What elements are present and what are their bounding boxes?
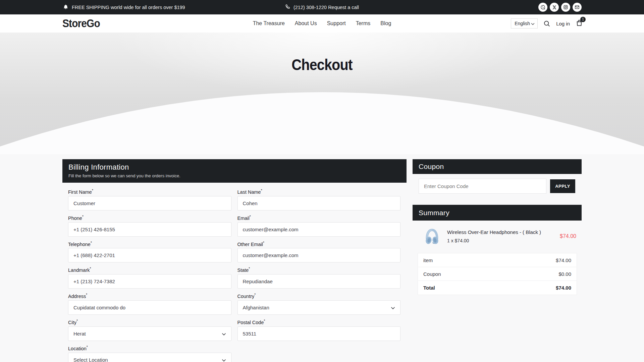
required-asterisk: * xyxy=(82,215,84,219)
billing-subtitle: Fill the form below so we can send you t… xyxy=(68,173,400,178)
address-label: Address xyxy=(68,294,86,299)
coupon-title: Coupon xyxy=(413,159,582,174)
x-twitter-icon[interactable] xyxy=(550,3,559,12)
totals-coupon-label: Coupon xyxy=(423,271,441,277)
required-asterisk: * xyxy=(87,345,88,349)
login-link[interactable]: Log in xyxy=(556,21,570,26)
hero-curve-shape xyxy=(0,33,644,154)
required-asterisk: * xyxy=(250,215,251,219)
billing-header: Billing Information Fill the form below … xyxy=(62,159,407,183)
email-label: Email xyxy=(237,216,250,221)
field-address: Address* xyxy=(68,293,231,315)
checkout-sidebar: Coupon APPLY Summary xyxy=(413,159,582,295)
required-asterisk: * xyxy=(254,293,256,297)
country-select[interactable]: Afghanistan xyxy=(237,300,401,315)
cart-item: Wireless Over-Ear Headphones - ( Black )… xyxy=(413,221,582,252)
phone-input[interactable] xyxy=(68,222,231,237)
field-state: State* xyxy=(237,267,401,289)
field-country: Country* Afghanistan xyxy=(237,293,401,315)
last-name-label: Last Name xyxy=(237,189,261,195)
field-email: Email* xyxy=(237,215,401,237)
city-select[interactable]: Herat xyxy=(68,326,231,341)
billing-form: First Name* Last Name* Phone* Email* Tel… xyxy=(62,183,407,362)
field-last-name: Last Name* xyxy=(237,189,401,210)
billing-title: Billing Information xyxy=(68,163,400,172)
nav-item-the-treasure[interactable]: The Treasure xyxy=(253,20,285,26)
chevron-down-icon xyxy=(531,21,535,26)
required-asterisk: * xyxy=(76,319,78,323)
address-input[interactable] xyxy=(68,300,231,315)
first-name-input[interactable] xyxy=(68,196,231,210)
instagram-icon[interactable] xyxy=(561,3,570,12)
field-telephone: Telephone* xyxy=(68,241,231,263)
language-select[interactable]: English xyxy=(511,18,538,28)
cart-item-name: Wireless Over-Ear Headphones - ( Black ) xyxy=(447,229,550,235)
city-value: Herat xyxy=(73,331,86,337)
required-asterisk: * xyxy=(90,267,91,270)
last-name-input[interactable] xyxy=(237,196,401,210)
nav-item-about-us[interactable]: About Us xyxy=(295,20,317,26)
field-postal-code: Postal Code* xyxy=(237,319,401,341)
nav-item-blog[interactable]: Blog xyxy=(380,20,391,26)
telephone-label: Telephone xyxy=(68,241,91,247)
other-email-input[interactable] xyxy=(237,248,401,262)
summary-title: Summary xyxy=(413,205,582,221)
state-input[interactable] xyxy=(237,274,401,289)
nav-item-terms[interactable]: Terms xyxy=(356,20,371,26)
checkout-page: FREE SHIPPING world wide for all orders … xyxy=(0,0,644,362)
chevron-down-icon xyxy=(222,331,226,337)
top-announcement-bar: FREE SHIPPING world wide for all orders … xyxy=(0,0,644,14)
postal-code-input[interactable] xyxy=(237,326,401,341)
cart-button[interactable]: 1 xyxy=(576,19,583,28)
required-asterisk: * xyxy=(92,189,93,192)
headphones-product-image xyxy=(424,227,440,246)
apply-coupon-button[interactable]: APPLY xyxy=(550,179,575,193)
language-value: English xyxy=(515,21,530,26)
nav-item-support[interactable]: Support xyxy=(327,20,346,26)
coupon-code-input[interactable] xyxy=(419,179,546,194)
cart-item-quantity: 1 x $74.00 xyxy=(447,238,550,243)
page-title: Checkout xyxy=(39,55,605,74)
chevron-down-icon xyxy=(391,305,395,310)
required-asterisk: * xyxy=(264,319,265,323)
city-label: City xyxy=(68,320,76,325)
coupon-form: APPLY xyxy=(419,179,575,194)
location-value: Select Location xyxy=(73,357,108,362)
cart-item-info: Wireless Over-Ear Headphones - ( Black )… xyxy=(447,229,550,243)
telephone-input[interactable] xyxy=(68,248,231,262)
site-header: StoreGo The Treasure About Us Support Te… xyxy=(0,14,644,33)
totals-table: item $74.00 Coupon $0.00 Total $74.00 xyxy=(418,253,577,295)
field-city: City* Herat xyxy=(68,319,231,341)
header-controls: English Log in 1 xyxy=(511,14,583,33)
country-value: Afghanistan xyxy=(243,305,269,310)
phone-icon xyxy=(285,4,290,10)
totals-item-value: $74.00 xyxy=(556,257,571,263)
location-select[interactable]: Select Location xyxy=(68,353,231,362)
state-label: State xyxy=(237,267,249,273)
field-phone: Phone* xyxy=(68,215,231,237)
location-label: Location xyxy=(68,346,87,351)
field-location: Location* Select Location xyxy=(68,345,231,362)
field-other-email: Other Email* xyxy=(237,241,401,263)
email-input[interactable] xyxy=(237,222,401,237)
landmark-input[interactable] xyxy=(68,274,231,289)
country-label: Country xyxy=(237,294,255,299)
totals-total-value: $74.00 xyxy=(556,285,571,291)
totals-row-coupon: Coupon $0.00 xyxy=(418,267,577,281)
cart-count-badge: 1 xyxy=(580,17,586,22)
summary-section: Summary Wirele xyxy=(413,205,582,295)
hero-banner: Checkout xyxy=(0,33,644,154)
required-asterisk: * xyxy=(86,293,87,297)
chevron-down-icon xyxy=(222,357,226,362)
whatsapp-icon[interactable] xyxy=(538,3,547,12)
required-asterisk: * xyxy=(91,241,92,245)
cart-item-price: $74.00 xyxy=(560,233,576,239)
required-asterisk: * xyxy=(263,241,264,245)
search-icon[interactable] xyxy=(543,20,550,27)
totals-coupon-value: $0.00 xyxy=(558,271,571,277)
main-content: Billing Information Fill the form below … xyxy=(0,154,644,362)
store-logo[interactable]: StoreGo xyxy=(62,17,100,30)
email-icon[interactable] xyxy=(573,3,582,12)
field-landmark: Landmark* xyxy=(68,267,231,289)
coupon-section: Coupon APPLY xyxy=(413,159,582,194)
